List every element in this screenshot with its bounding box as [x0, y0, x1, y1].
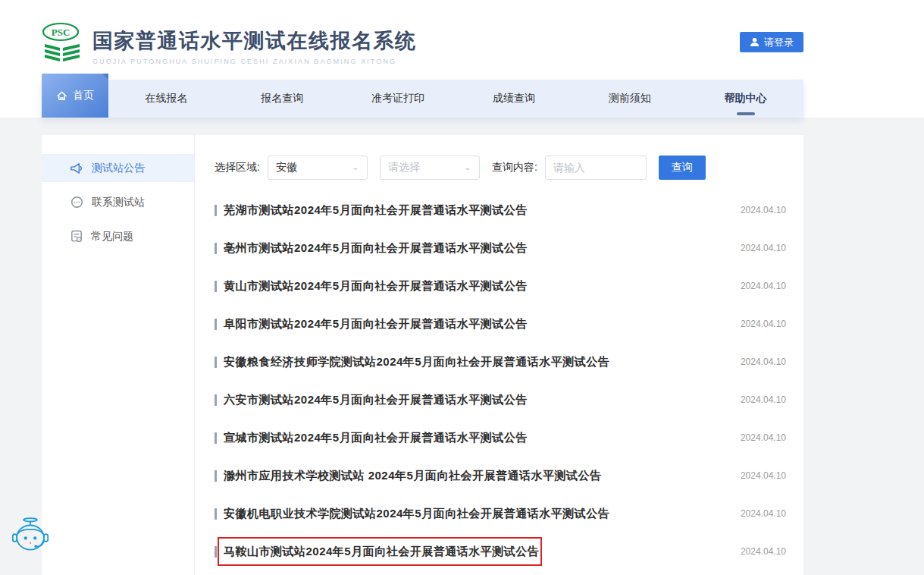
title-tick-bar	[215, 546, 217, 558]
tab-fold-decoration	[102, 74, 108, 80]
title-tick-bar	[215, 508, 217, 520]
nav-item-registration-query[interactable]: 报名查询	[224, 87, 340, 110]
page-title: 国家普通话水平测试在线报名系统	[92, 27, 417, 55]
nav-band: 首页 在线报名 报名查询 准考证打印 成绩查询 测前须知 帮助中心	[0, 80, 924, 118]
announcement-date: 2024.04.10	[741, 281, 786, 291]
nav-item-online-registration[interactable]: 在线报名	[108, 87, 224, 110]
nav-item-score-query[interactable]: 成绩查询	[456, 87, 572, 110]
announcement-row-highlighted[interactable]: 马鞍山市测试站2024年5月面向社会开展普通话水平测试公告 2024.04.10	[215, 533, 786, 570]
title-tick-bar	[215, 432, 217, 444]
main-nav: 首页 在线报名 报名查询 准考证打印 成绩查询 测前须知 帮助中心	[42, 80, 803, 118]
nav-item-help-center[interactable]: 帮助中心	[688, 87, 803, 110]
announcement-row[interactable]: 宣城市测试站2024年5月面向社会开展普通话水平测试公告 2024.04.10	[215, 419, 786, 457]
announcement-date: 2024.04.10	[741, 357, 786, 367]
region-select[interactable]: 安徽 ⌄	[268, 156, 368, 180]
svg-text:PSC: PSC	[52, 27, 70, 38]
announcement-title[interactable]: 亳州市测试站2024年5月面向社会开展普通话水平测试公告	[224, 241, 528, 256]
sidebar-item-test-station-announcements[interactable]: 测试站公告	[42, 154, 194, 182]
main-panel: 测试站公告 联系测试站 ! 常见问题 选择区域:	[42, 135, 803, 575]
announcement-date: 2024.04.10	[741, 243, 786, 253]
chat-bubble-icon	[70, 196, 83, 209]
faq-document-icon: !	[70, 230, 83, 243]
query-content-label: 查询内容:	[492, 161, 537, 174]
title-tick-bar	[215, 319, 217, 330]
sidebar-item-contact-test-station[interactable]: 联系测试站	[42, 188, 194, 216]
title-tick-bar	[215, 281, 217, 292]
announcement-row[interactable]: 亳州市测试站2024年5月面向社会开展普通话水平测试公告 2024.04.10	[215, 229, 786, 267]
megaphone-icon	[70, 162, 83, 174]
sub-region-placeholder: 请选择	[388, 161, 420, 174]
announcement-title[interactable]: 阜阳市测试站2024年5月面向社会开展普通话水平测试公告	[224, 317, 528, 331]
search-button[interactable]: 查询	[659, 156, 706, 180]
announcement-row[interactable]: 六安市测试站2024年5月面向社会开展普通话水平测试公告 2024.04.10	[215, 381, 786, 419]
query-input[interactable]	[545, 156, 647, 180]
announcement-title[interactable]: 黄山市测试站2024年5月面向社会开展普通话水平测试公告	[224, 279, 528, 294]
chevron-down-icon: ⌄	[464, 163, 471, 171]
region-label: 选择区域:	[215, 161, 260, 174]
announcement-row[interactable]: 安徽机电职业技术学院测试站2024年5月面向社会开展普通话水平测试公告 2024…	[215, 495, 786, 533]
content-area: 选择区域: 安徽 ⌄ 请选择 ⌄ 查询内容: 查询 芜湖市测试站2024年5月面…	[195, 135, 803, 575]
title-tick-bar	[215, 394, 217, 406]
filter-row: 选择区域: 安徽 ⌄ 请选择 ⌄ 查询内容: 查询	[215, 156, 786, 180]
announcement-title[interactable]: 六安市测试站2024年5月面向社会开展普通话水平测试公告	[224, 393, 528, 407]
announcement-title[interactable]: 芜湖市测试站2024年5月面向社会开展普通话水平测试公告	[224, 203, 528, 218]
title-tick-bar	[215, 243, 217, 254]
announcement-row[interactable]: 阜阳市测试站2024年5月面向社会开展普通话水平测试公告 2024.04.10	[215, 305, 786, 343]
announcement-date: 2024.04.10	[741, 470, 786, 481]
home-icon	[56, 90, 67, 102]
announcement-row[interactable]: 黄山市测试站2024年5月面向社会开展普通话水平测试公告 2024.04.10	[215, 267, 786, 305]
user-icon	[750, 37, 760, 47]
announcement-row[interactable]: 芜湖市测试站2024年5月面向社会开展普通话水平测试公告 2024.04.10	[215, 191, 786, 229]
announcement-title[interactable]: 滁州市应用技术学校测试站 2024年5月面向社会开展普通话水平测试公告	[224, 469, 601, 483]
sub-region-select[interactable]: 请选择 ⌄	[380, 156, 480, 180]
nav-item-admission-ticket-print[interactable]: 准考证打印	[340, 87, 456, 110]
announcement-date: 2024.04.10	[741, 394, 786, 405]
announcement-date: 2024.04.10	[741, 319, 786, 329]
sidebar-item-label: 测试站公告	[92, 162, 145, 175]
announcement-date: 2024.04.10	[741, 546, 786, 557]
announcement-date: 2024.04.10	[741, 205, 786, 215]
nav-item-home[interactable]: 首页	[42, 74, 108, 118]
title-tick-bar	[215, 470, 217, 482]
sidebar-item-label: 联系测试站	[92, 196, 145, 209]
chevron-down-icon: ⌄	[352, 163, 359, 171]
announcement-date: 2024.04.10	[741, 432, 786, 443]
title-tick-bar	[215, 357, 217, 368]
nav-home-label: 首页	[73, 89, 94, 102]
page-subtitle: GUOJIA PUTONGHUA SHUIPING CESHI ZAIXIAN …	[92, 58, 417, 65]
login-button[interactable]: 请登录	[740, 32, 803, 52]
announcement-list: 芜湖市测试站2024年5月面向社会开展普通话水平测试公告 2024.04.10 …	[215, 191, 786, 570]
announcement-title[interactable]: 安徽机电职业技术学院测试站2024年5月面向社会开展普通话水平测试公告	[224, 507, 609, 521]
announcement-row[interactable]: 安徽粮食经济技师学院测试站2024年5月面向社会开展普通话水平测试公告 2024…	[215, 343, 786, 381]
chat-assistant-robot-icon[interactable]	[10, 516, 51, 554]
region-select-value: 安徽	[276, 161, 297, 174]
sidebar-item-faq[interactable]: ! 常见问题	[42, 222, 194, 250]
announcement-title[interactable]: 安徽粮食经济技师学院测试站2024年5月面向社会开展普通话水平测试公告	[224, 355, 609, 369]
brand: PSC 国家普通话水平测试在线报名系统 GUOJIA PUTONGHUA SHU…	[42, 23, 417, 65]
login-label: 请登录	[764, 36, 794, 49]
header: PSC 国家普通话水平测试在线报名系统 GUOJIA PUTONGHUA SHU…	[0, 0, 924, 80]
announcement-row[interactable]: 滁州市应用技术学校测试站 2024年5月面向社会开展普通话水平测试公告 2024…	[215, 457, 786, 495]
psc-logo-icon: PSC	[42, 23, 83, 65]
sidebar-item-label: 常见问题	[91, 230, 133, 244]
title-tick-bar	[215, 205, 217, 216]
announcement-title[interactable]: 马鞍山市测试站2024年5月面向社会开展普通话水平测试公告	[224, 545, 539, 559]
nav-item-pre-test-notes[interactable]: 测前须知	[572, 87, 688, 110]
sidebar: 测试站公告 联系测试站 ! 常见问题	[42, 135, 195, 575]
announcement-title[interactable]: 宣城市测试站2024年5月面向社会开展普通话水平测试公告	[224, 431, 528, 445]
announcement-date: 2024.04.10	[741, 508, 786, 519]
